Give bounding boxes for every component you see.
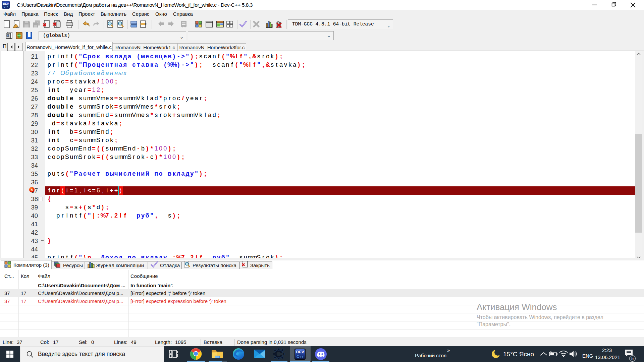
- svg-text:C++: C++: [297, 355, 304, 359]
- svg-text:DEV: DEV: [296, 350, 304, 354]
